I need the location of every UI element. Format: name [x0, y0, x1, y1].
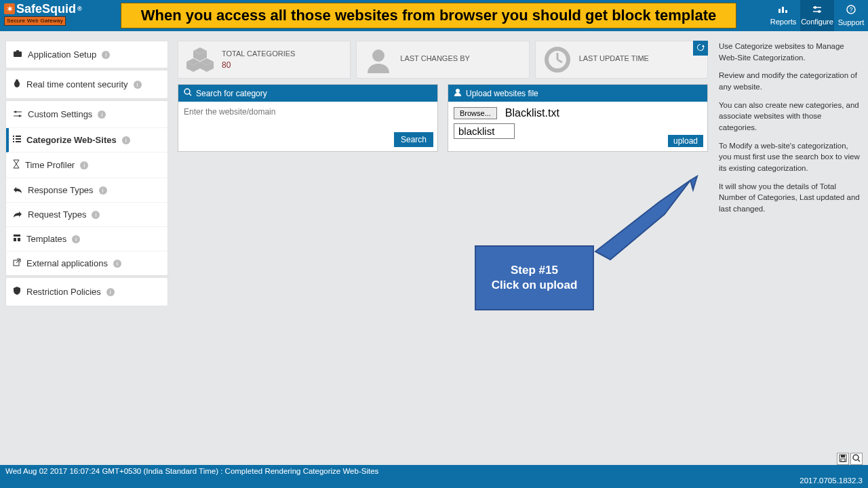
svg-rect-2: [785, 10, 787, 13]
stat-label: LAST UPDATE TIME: [579, 54, 649, 62]
browse-button[interactable]: Browse...: [454, 107, 497, 119]
svg-point-4: [814, 6, 816, 9]
svg-rect-1: [782, 7, 784, 13]
clock-icon: [542, 45, 572, 75]
sidebar-restriction-policies[interactable]: Restriction Policies i: [6, 278, 167, 306]
svg-rect-23: [14, 235, 20, 237]
panel-header: Search for category: [178, 85, 437, 102]
svg-rect-47: [841, 459, 845, 462]
sidebar-item-external-apps[interactable]: External applications i: [6, 251, 167, 275]
sidebar-label: Custom Settings: [28, 109, 92, 119]
help-text: You can also create new categories, and …: [719, 100, 861, 134]
svg-text:?: ?: [849, 6, 852, 13]
info-icon: i: [80, 161, 88, 169]
nav-configure-label: Configure: [801, 18, 833, 26]
reply-icon: [13, 185, 22, 195]
help-sidebar: Use Categorize websites to Manage Web-Si…: [715, 31, 868, 465]
sidebar-item-time-profiler[interactable]: Time Profiler i: [6, 152, 167, 178]
info-icon: i: [113, 260, 121, 268]
svg-point-6: [818, 10, 821, 13]
cubes-icon: [185, 45, 215, 75]
svg-rect-25: [18, 238, 20, 241]
sidebar-label: Application Setup: [28, 49, 96, 60]
sliders-icon: [812, 5, 823, 16]
sidebar-label: Real time content security: [26, 79, 128, 89]
panel-header: Upload websites file: [448, 85, 707, 102]
zoom-button[interactable]: [850, 453, 863, 465]
search-icon: [184, 88, 192, 98]
instruction-banner: When you access all those websites from …: [121, 3, 736, 28]
svg-rect-46: [841, 455, 845, 458]
svg-point-40: [184, 89, 190, 94]
nav-reports-label: Reports: [770, 18, 797, 26]
external-icon: [13, 258, 21, 268]
logo-reg: ®: [77, 3, 82, 15]
stat-label: LAST CHANGES BY: [400, 54, 470, 62]
briefcase-icon: [13, 49, 22, 60]
nav-support[interactable]: ? Support: [834, 0, 868, 31]
svg-point-42: [456, 89, 460, 93]
sidebar-application-setup[interactable]: Application Setup i: [6, 41, 167, 68]
svg-rect-21: [13, 141, 14, 142]
template-icon: [13, 234, 21, 244]
svg-line-49: [858, 460, 860, 462]
save-button[interactable]: [837, 453, 849, 465]
help-text: Use Categorize websites to Manage Web-Si…: [719, 41, 861, 63]
user-upload-icon: [454, 88, 462, 98]
sliders-icon: [13, 109, 22, 119]
main-panel: TOTAL CATEGORIES 80 LAST CHANGES BY L: [168, 31, 715, 465]
sidebar-realtime[interactable]: Real time content security i: [6, 70, 167, 98]
nav-configure[interactable]: Configure: [800, 0, 834, 31]
info-icon: i: [99, 186, 107, 195]
info-icon: i: [92, 211, 100, 219]
status-bar: Wed Aug 02 2017 16:07:24 GMT+0530 (India…: [0, 465, 868, 488]
logo-mark-icon: ✶: [4, 3, 15, 14]
info-icon: i: [98, 110, 106, 119]
sidebar-item-label: Templates: [26, 234, 66, 244]
upload-button[interactable]: upload: [668, 135, 703, 147]
svg-rect-24: [14, 238, 16, 241]
top-nav: Reports Configure ? Support: [766, 0, 868, 31]
nav-reports[interactable]: Reports: [766, 0, 800, 31]
content-frame: Application Setup i Real time content se…: [0, 31, 868, 465]
category-name-input[interactable]: [454, 123, 515, 139]
zoom-icon: [852, 454, 861, 464]
save-icon: [839, 454, 847, 464]
question-icon: ?: [846, 5, 856, 17]
svg-rect-0: [778, 9, 781, 13]
refresh-button[interactable]: [693, 41, 708, 56]
logo-tagline: Secure Web Gateway: [4, 16, 66, 26]
panels-row: Search for category Search Upload websit…: [178, 84, 708, 152]
shield-icon: [13, 286, 21, 298]
sidebar-label: Restriction Policies: [26, 287, 101, 297]
user-icon: [363, 45, 393, 75]
sidebar-item-label: Request Types: [28, 209, 86, 220]
chart-icon: [778, 5, 789, 16]
hourglass-icon: [13, 159, 20, 171]
logo-text: SafeSquid: [16, 3, 76, 15]
bug-icon: [13, 79, 21, 90]
search-panel: Search for category Search: [178, 84, 438, 152]
help-text: To Modify a web-site's categorization, y…: [719, 140, 861, 174]
stat-label: TOTAL CATEGORIES: [222, 49, 295, 58]
svg-rect-18: [16, 136, 21, 137]
sidebar-item-label: External applications: [26, 258, 108, 268]
search-input[interactable]: [178, 102, 429, 122]
sidebar-item-response-types[interactable]: Response Types i: [6, 178, 167, 203]
logo: ✶ SafeSquid ® Secure Web Gateway: [0, 0, 100, 31]
sidebar-item-request-types[interactable]: Request Types i: [6, 203, 167, 227]
version-text: 2017.0705.1832.3: [800, 476, 863, 485]
callout-step: Step #15 Click on upload: [475, 245, 594, 310]
panel-title: Upload websites file: [466, 89, 538, 98]
info-icon: i: [122, 136, 130, 144]
svg-line-41: [189, 94, 191, 96]
search-button[interactable]: Search: [394, 132, 433, 147]
sidebar-custom-settings[interactable]: Custom Settings i: [6, 101, 167, 128]
svg-point-14: [15, 111, 17, 113]
refresh-icon: [696, 43, 705, 54]
sidebar-item-templates[interactable]: Templates i: [6, 227, 167, 251]
sidebar-item-categorize[interactable]: Categorize Web-Sites i: [6, 128, 167, 152]
info-icon: i: [72, 235, 80, 243]
panel-title: Search for category: [196, 89, 267, 98]
stats-row: TOTAL CATEGORIES 80 LAST CHANGES BY L: [178, 41, 708, 79]
